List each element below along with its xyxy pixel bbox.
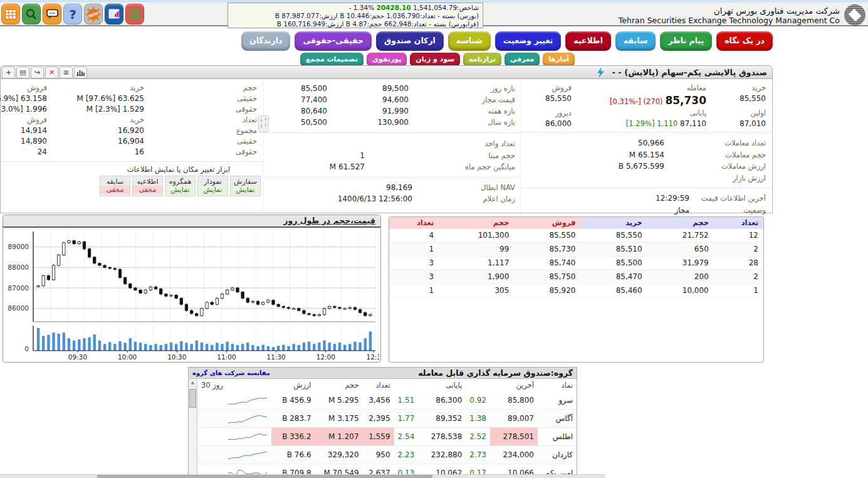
retail-sell-count: 14,890 [0, 137, 47, 146]
tab-supervisor-message[interactable]: پیام ناظر [660, 31, 712, 51]
price-adjust-icon[interactable]: ↑↓↑↓ [258, 115, 269, 132]
trades-volume-value: 65.154 M [527, 149, 664, 161]
tab-statistics[interactable]: آمارها [543, 53, 575, 66]
order-book-table: تعداد حجم خرید فروش حجم تعداد 1221,75285… [389, 217, 763, 298]
peer-symbol[interactable]: سرو [538, 391, 577, 410]
toggle-chart-button[interactable]: نمودارنمایش [197, 176, 228, 196]
horizontal-scrollbar[interactable] [0, 474, 605, 478]
close-change: 1,110 [657, 119, 677, 128]
peer-symbol[interactable]: اطلس [538, 428, 577, 446]
market-summary-box: شاخص:1,541,054.79 20428.10 %1.34 - (بورس… [227, 3, 483, 28]
ranges-column: ↑↓↑↓ بازه روز89,50085,500 قیمت مجاز94,60… [263, 79, 520, 213]
first-price: 87,010 [706, 119, 766, 128]
volume-label: حجم [144, 83, 257, 92]
peer-row: سرو 85,800 0.92 86,300 1.51 3,456 5.295 … [197, 391, 577, 410]
gh-last: آخرین [490, 379, 538, 391]
add-icon[interactable]: + [2, 66, 15, 78]
best-buy-price: 85,550 [706, 94, 766, 107]
intraday-chart-panel: قیمت،حجم در طول روز 89000880008700086000… [3, 215, 381, 363]
group-scrollbar[interactable]: ▲ [189, 379, 197, 477]
ob-buy-volume-header: حجم [647, 217, 714, 229]
toggle-history-button[interactable]: سابقهمخفی [100, 176, 130, 196]
sparkline-30day [227, 430, 268, 443]
last-trade: 85,730 (270) [-0.31%] [572, 94, 706, 107]
retail-buy-vol: 63.625 M [97.6%] [47, 94, 144, 103]
chart-compare-icon[interactable]: ✕ [45, 66, 58, 78]
sparkline-30day [227, 394, 268, 406]
toggle-peers-button[interactable]: همگروهنمایش [165, 176, 196, 196]
trades-value-label: ارزش معاملات [664, 161, 766, 173]
count-label: تعداد [144, 115, 257, 124]
svg-text:89000: 89000 [8, 243, 29, 250]
tab-profit-loss[interactable]: سود و زیان [410, 53, 460, 66]
compare-group-link[interactable]: مقایسه شرکت های گروه [192, 369, 270, 376]
allowed-price-label: قیمت مجاز [409, 95, 515, 104]
ct-sell-header2: فروش [0, 115, 47, 124]
quote-column: خرید معامله فروش 85,550 85,730 (270) [-0… [520, 79, 772, 213]
ct-sell-header: فروش [0, 83, 47, 92]
tab-notice[interactable]: اطلاعیه [565, 31, 611, 51]
notes-icon[interactable]: ≡ [60, 66, 73, 78]
book-chart-icon[interactable] [105, 4, 123, 24]
svg-text:88000: 88000 [8, 263, 29, 271]
state-value: مجاز [527, 204, 689, 216]
blocks-icon[interactable] [125, 4, 144, 24]
tab-portfolio[interactable]: پورتفوی [367, 53, 407, 66]
gh-close: پایانی [418, 379, 466, 391]
tab-overview[interactable]: در یک نگاه [716, 31, 773, 51]
scroll-up-arrow-icon[interactable]: ▲ [189, 379, 197, 387]
tab-status-change[interactable]: تغییر وضعیت [495, 31, 561, 51]
group-scrollbar-thumb[interactable] [189, 389, 196, 408]
nav-time-label: زمان اعلام [412, 193, 515, 205]
export-icon[interactable]: ↪ [31, 66, 44, 78]
base-volume-value: 1 [269, 150, 365, 162]
company-name-en: Tehran Securities Exchange Technology Ma… [619, 16, 840, 25]
toggle-orders-button[interactable]: سفارشنمایش [230, 176, 261, 196]
svg-text:10:30: 10:30 [167, 353, 186, 361]
client-type-column: حجم خرید فروش حقیقی 63.625 M [97.6%] 63.… [1, 79, 263, 213]
quote-grid: خرید معامله فروش 85,550 85,730 (270) [-0… [521, 79, 772, 132]
peer-symbol[interactable]: کاردان [538, 446, 577, 464]
week-range-label: بازه هفته [409, 107, 515, 115]
bar-chart-icon[interactable] [74, 66, 87, 78]
peer-symbol[interactable]: آگاس [538, 410, 577, 428]
gh-volume: حجم [315, 379, 363, 391]
instrument-info-panel: خرید معامله فروش 85,550 85,730 (270) [-0… [0, 79, 773, 213]
close-price: 87,110 [680, 119, 706, 128]
search-icon[interactable] [22, 4, 41, 24]
svg-text:11:30: 11:30 [267, 353, 286, 361]
sparkline-30day [227, 449, 268, 461]
tab-fund-bodies[interactable]: ارکان صندوق [376, 31, 444, 51]
bourse-line: (بورس) بسته - تعداد:1,036,790 حجم:10.446… [232, 12, 479, 20]
tab-assembly-decisions[interactable]: تصمیمات مجمع [300, 53, 363, 66]
last-change-pct: [-0.31%] [610, 97, 641, 106]
message-icon[interactable] [43, 4, 61, 24]
sell-label: فروش [516, 83, 572, 92]
group-title: گروه:صندوق سرمایه گذاري قابل معامله [418, 368, 573, 378]
tab-balance-sheet[interactable]: ترازنامه [463, 53, 501, 66]
toggle-notices-button[interactable]: اطلاعیهمخفی [132, 176, 163, 196]
state-label: وضعیت [689, 204, 766, 216]
tab-history[interactable]: سابقه [615, 31, 656, 51]
year-range-high: 130,900 [327, 118, 409, 127]
ob-buy-count-header: تعداد [714, 217, 763, 229]
tab-holders[interactable]: دارندگان [241, 31, 290, 51]
help-icon[interactable]: ? [63, 4, 82, 24]
peer-group-table: نماد آخرین پایانی تعداد حجم ارزش 30 روز … [197, 379, 577, 478]
horizontal-scrollbar-thumb[interactable] [97, 475, 432, 478]
chart-title: قیمت،حجم در طول روز [3, 215, 380, 228]
svg-text:12:3: 12:3 [366, 353, 379, 361]
svg-text:10:00: 10:00 [118, 353, 137, 361]
unit-count-label: تعداد واحد [365, 138, 515, 150]
tab-identity[interactable]: شناسه [448, 31, 491, 51]
institutional-sell-count: 24 [0, 147, 47, 156]
trades-count-label: تعداد معاملات [664, 137, 766, 149]
calculator-icon[interactable]: ▤ [16, 66, 29, 78]
institutional-buy-count: 16 [47, 147, 144, 156]
tab-introduction[interactable]: معرفی [505, 53, 540, 66]
grid-table-icon[interactable] [1, 4, 20, 24]
new-badge-icon[interactable]: NEW [84, 4, 103, 24]
ct-buy-header2: خرید [47, 115, 144, 124]
tab-retail-institutional[interactable]: حقیقی-حقوقی [295, 31, 372, 51]
tse-logo [844, 4, 865, 26]
